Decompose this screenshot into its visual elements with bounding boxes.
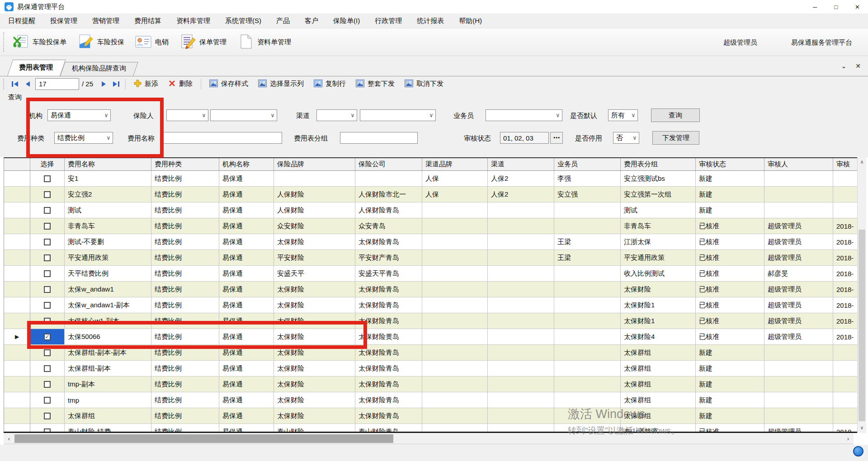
table-cell[interactable] — [488, 345, 554, 360]
table-cell[interactable]: 平安通用政策 — [621, 250, 696, 265]
is-default-combobox[interactable]: 所有∨ — [608, 109, 638, 121]
table-cell[interactable] — [488, 202, 554, 218]
table-row[interactable]: tmp结费比例易保通太保财险太保财险青岛太保群组新建 — [4, 392, 857, 408]
table-row[interactable]: 太保群组结费比例易保通太保财险太保财险青岛太保群组新建 — [4, 408, 857, 424]
nav-action-button[interactable]: 删除 — [163, 78, 198, 90]
table-cell[interactable] — [422, 408, 488, 423]
row-checkbox[interactable] — [44, 207, 51, 214]
table-cell[interactable]: 平安财产青岛 — [355, 250, 422, 265]
table-cell[interactable]: 超级管理员 — [764, 282, 833, 297]
table-cell[interactable]: 超级管理员 — [764, 234, 833, 249]
table-cell[interactable]: 2018- — [833, 218, 857, 234]
table-cell[interactable]: 安立强第一次组 — [621, 187, 696, 202]
row-select-cell[interactable] — [30, 266, 65, 281]
table-cell[interactable]: 众安青岛 — [355, 218, 422, 234]
table-cell[interactable]: 易保通 — [219, 361, 274, 376]
toolbar-button[interactable]: 车险投保 — [74, 31, 132, 53]
table-cell[interactable] — [554, 329, 621, 344]
row-checkbox[interactable]: ✓ — [44, 334, 51, 340]
column-header[interactable]: 费用名称 — [65, 158, 151, 170]
table-cell[interactable]: 结费比例 — [151, 282, 219, 297]
menu-item[interactable]: 系统管理(S) — [225, 17, 261, 25]
table-cell[interactable] — [764, 171, 833, 186]
row-checkbox[interactable] — [44, 349, 51, 356]
search-button[interactable]: 查询 — [651, 108, 700, 122]
table-row[interactable]: 测试结费比例易保通人保财险人保财险青岛测试新建 — [4, 202, 857, 218]
last-record-button[interactable] — [110, 78, 122, 89]
table-cell[interactable]: 超级管理员 — [764, 329, 833, 344]
row-checkbox[interactable] — [44, 286, 51, 293]
close-button[interactable]: ✕ — [847, 0, 868, 14]
table-cell[interactable]: 人保财险市北一 — [355, 187, 422, 202]
table-cell[interactable]: 人保财险 — [274, 187, 355, 202]
audit-status-input[interactable]: 01, 02, 03 — [500, 132, 549, 144]
row-checkbox[interactable] — [44, 413, 51, 419]
row-select-cell[interactable] — [30, 392, 65, 408]
maximize-button[interactable]: □ — [826, 0, 847, 14]
toolbar-button[interactable]: 保单管理 — [176, 31, 234, 53]
table-cell[interactable]: 新建 — [696, 187, 764, 202]
audit-status-picker-button[interactable]: ⋯ — [550, 132, 563, 144]
table-cell[interactable]: 平安通用政策 — [65, 250, 151, 265]
table-row[interactable]: 平安通用政策结费比例易保通平安财险平安财产青岛王梁平安通用政策已核准超级管理员2… — [4, 250, 857, 266]
table-cell[interactable]: 已核准 — [696, 282, 764, 297]
table-cell[interactable]: 太保群组-副本 — [65, 361, 151, 376]
table-cell[interactable]: 结费比例 — [151, 250, 219, 265]
agent-combobox[interactable]: ∨ — [486, 109, 562, 121]
column-header[interactable]: 选择 — [30, 158, 65, 170]
table-cell[interactable] — [764, 408, 833, 423]
table-cell[interactable]: 结费比例 — [151, 392, 219, 408]
table-cell[interactable] — [833, 202, 857, 218]
table-cell[interactable]: 易保通 — [219, 345, 274, 360]
horizontal-scrollbar-thumb[interactable] — [14, 434, 393, 443]
table-cell[interactable]: 太保财险 — [274, 361, 355, 376]
menu-item[interactable]: 资料库管理 — [176, 17, 210, 25]
table-cell[interactable]: 结费比例 — [151, 187, 219, 202]
table-cell[interactable]: 太保财险 — [274, 234, 355, 249]
table-cell[interactable]: 已核准 — [696, 266, 764, 281]
table-cell[interactable]: 太保财险青岛 — [355, 392, 422, 408]
row-select-cell[interactable]: ✓ — [30, 329, 65, 344]
table-cell[interactable]: 安立强2 — [65, 187, 151, 202]
table-cell[interactable]: 易保通 — [219, 297, 274, 313]
table-cell[interactable]: 结费比例 — [151, 202, 219, 218]
table-cell[interactable]: 新建 — [696, 202, 764, 218]
table-cell[interactable]: 太保财险 — [274, 329, 355, 344]
table-cell[interactable] — [488, 250, 554, 265]
table-cell[interactable]: 易保通 — [219, 202, 274, 218]
nav-action-button[interactable]: 复制行 — [309, 78, 351, 90]
next-record-button[interactable] — [98, 78, 110, 89]
table-cell[interactable]: 太保财险 — [274, 408, 355, 423]
table-cell[interactable]: 新建 — [696, 376, 764, 392]
table-cell[interactable]: 平安财险 — [274, 250, 355, 265]
table-cell[interactable] — [833, 171, 857, 186]
tab-inactive[interactable]: 机构保险品牌查询 — [60, 62, 133, 76]
row-checkbox[interactable] — [44, 270, 51, 277]
table-cell[interactable]: 收入比例测试 — [621, 266, 696, 281]
table-cell[interactable] — [833, 376, 857, 392]
column-header[interactable]: 审核人 — [764, 158, 833, 170]
table-cell[interactable] — [488, 376, 554, 392]
nav-action-button[interactable]: 新添 — [129, 78, 163, 90]
table-cell[interactable] — [422, 218, 488, 234]
table-cell[interactable] — [422, 329, 488, 344]
dispatch-manage-button[interactable]: 下发管理 — [652, 131, 699, 145]
table-cell[interactable]: 非青岛车 — [65, 218, 151, 234]
menu-item[interactable]: 费用结算 — [134, 17, 161, 25]
table-cell[interactable]: 太保财险 — [274, 392, 355, 408]
table-cell[interactable] — [833, 392, 857, 408]
row-checkbox[interactable] — [44, 318, 51, 325]
table-cell[interactable]: 太保财险青岛 — [355, 313, 422, 329]
table-cell[interactable] — [554, 408, 621, 423]
table-cell[interactable]: 太保财险 — [621, 282, 696, 297]
table-cell[interactable]: 已核准 — [696, 234, 764, 249]
table-cell[interactable] — [422, 392, 488, 408]
table-cell[interactable]: 新建 — [696, 361, 764, 376]
table-cell[interactable] — [422, 202, 488, 218]
table-cell[interactable]: 新建 — [696, 345, 764, 360]
table-cell[interactable]: 太保财险1 — [621, 297, 696, 313]
table-row[interactable]: ▶✓太保50066结费比例易保通太保财险太保财险黄岛太保财险4已核准超级管理员2… — [4, 329, 857, 345]
close-tab-icon[interactable]: ✕ — [855, 62, 861, 70]
channel-combobox-1[interactable]: ∨ — [316, 109, 357, 121]
table-cell[interactable] — [764, 202, 833, 218]
